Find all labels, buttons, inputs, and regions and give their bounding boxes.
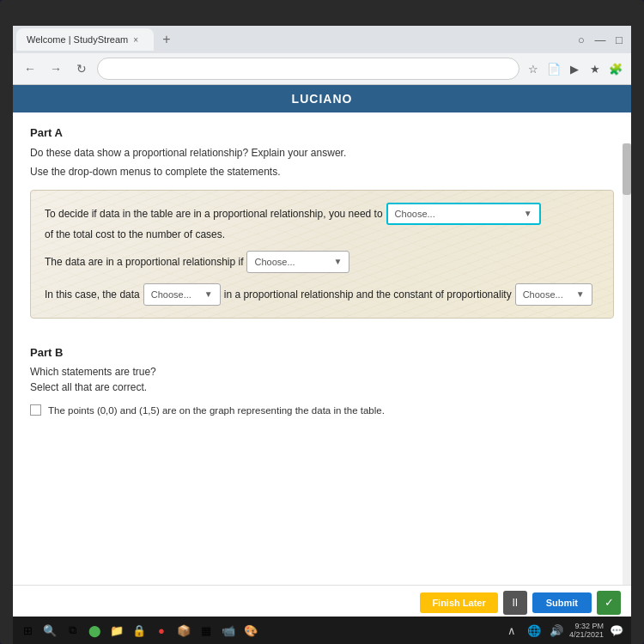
select-instruction: Select all that are correct. <box>30 381 614 393</box>
browser-toolbar: ← → ↻ ☆ 📄 ▶ ★ 🧩 <box>13 53 631 84</box>
dropdown-3b[interactable]: Choose... ▼ <box>515 283 592 306</box>
dropdown-1-text: Choose... <box>395 209 520 219</box>
statement-row-3: In this case, the data Choose... ▼ in a … <box>45 283 599 306</box>
which-statements-true: Which statements are true? <box>30 366 614 378</box>
meet-icon[interactable]: 📹 <box>219 621 238 640</box>
search-icon[interactable]: 🔍 <box>40 621 59 640</box>
screen: Welcome | StudyStream × + ○ — □ ← → ↻ ☆ … <box>13 26 631 618</box>
app-icon-1[interactable]: ● <box>152 621 171 640</box>
notification-icon[interactable]: 💬 <box>607 621 626 640</box>
taskbar-right: ∧ 🌐 🔊 9:32 PM 4/21/2021 💬 <box>502 621 626 640</box>
active-tab[interactable]: Welcome | StudyStream × <box>16 28 154 51</box>
close-button[interactable]: □ <box>611 31 628 48</box>
extension-icon[interactable]: 🧩 <box>607 60 624 77</box>
star-icon[interactable]: ☆ <box>525 60 542 77</box>
network-icon[interactable]: 🌐 <box>525 621 544 640</box>
part-a-label: Part A <box>30 126 614 139</box>
scrollbar[interactable] <box>623 143 631 585</box>
statement1-after: of the total cost to the number of cases… <box>45 228 225 240</box>
start-icon[interactable]: ⊞ <box>18 621 37 640</box>
system-tray-icon[interactable]: ∧ <box>502 621 521 640</box>
header-name: LUCIANO <box>292 92 353 106</box>
finish-later-button[interactable]: Finish Later <box>420 592 497 613</box>
dropdown-3a-text: Choose... <box>151 289 201 300</box>
check-button[interactable]: ✓ <box>597 591 621 615</box>
dropbox-icon[interactable]: 📦 <box>174 621 193 640</box>
browser-action-buttons: ☆ 📄 ▶ ★ 🧩 <box>525 60 624 77</box>
time: 9:32 PM <box>569 622 604 630</box>
instruction-text: Use the drop-down menus to complete the … <box>30 166 614 178</box>
address-bar[interactable] <box>97 58 519 80</box>
statement-box: To decide if data in the table are in a … <box>30 190 614 319</box>
back-button[interactable]: ← <box>20 58 40 79</box>
dropdown-3b-text: Choose... <box>523 289 573 300</box>
checkbox-item-1: The points (0,0) and (1,5) are on the gr… <box>30 404 614 417</box>
tab-close-button[interactable]: × <box>133 35 138 45</box>
statement2-before: The data are in a proportional relations… <box>45 256 243 268</box>
dropdown-1[interactable]: Choose... ▼ <box>386 203 541 225</box>
task-view-icon[interactable]: ⧉ <box>63 621 82 640</box>
dropdown-2-arrow: ▼ <box>334 257 343 266</box>
question-text: Do these data show a proportional relati… <box>30 146 614 161</box>
part-b-label: Part B <box>30 346 614 359</box>
statement-row-2: The data are in a proportional relations… <box>45 251 599 273</box>
page-icon[interactable]: 📄 <box>545 60 562 77</box>
time-display: 9:32 PM 4/21/2021 <box>569 622 604 639</box>
taskbar-left: ⊞ 🔍 ⧉ ⬤ 📁 🔒 ● 📦 ▦ 📹 🎨 <box>18 621 260 640</box>
browser-chrome: Welcome | StudyStream × + ○ — □ ← → ↻ ☆ … <box>13 26 631 85</box>
dropdown-1-arrow: ▼ <box>524 209 532 218</box>
statement-row-1: To decide if data in the table are in a … <box>45 203 599 240</box>
bookmark-icon[interactable]: ★ <box>586 60 604 77</box>
app-icon-3[interactable]: 🎨 <box>241 621 260 640</box>
scrollbar-thumb[interactable] <box>623 143 631 195</box>
volume-icon[interactable]: 🔊 <box>547 621 566 640</box>
tab-title: Welcome | StudyStream <box>27 34 128 45</box>
lock-icon[interactable]: 🔒 <box>130 621 149 640</box>
folder-icon[interactable]: 📁 <box>107 621 126 640</box>
checkbox-1-label: The points (0,0) and (1,5) are on the gr… <box>48 404 385 417</box>
taskbar: ⊞ 🔍 ⧉ ⬤ 📁 🔒 ● 📦 ▦ 📹 🎨 ∧ 🌐 🔊 9:32 PM 4/21… <box>13 617 631 644</box>
dropdown-3a[interactable]: Choose... ▼ <box>143 283 221 306</box>
checkbox-1[interactable] <box>30 404 41 416</box>
content-area: Part A Do these data show a proportional… <box>13 112 631 346</box>
forward-button[interactable]: → <box>46 58 66 79</box>
dropdown-3b-arrow: ▼ <box>576 289 585 299</box>
new-tab-button[interactable]: + <box>155 28 178 51</box>
bottom-toolbar: Finish Later II Submit ✓ <box>13 585 631 618</box>
minimize-button[interactable]: — <box>592 31 609 48</box>
monitor: Welcome | StudyStream × + ○ — □ ← → ↻ ☆ … <box>0 0 644 644</box>
page-header: LUCIANO <box>13 85 631 112</box>
chrome-icon[interactable]: ⬤ <box>85 621 104 640</box>
submit-button[interactable]: Submit <box>532 592 592 613</box>
dropdown-3a-arrow: ▼ <box>204 289 213 299</box>
which-statements-text: Which statements are true? <box>30 366 156 378</box>
dropdown-2-text: Choose... <box>254 257 330 267</box>
app-icon-2[interactable]: ▦ <box>197 621 216 640</box>
pause-button[interactable]: II <box>503 591 527 615</box>
circle-icon: ○ <box>573 31 590 48</box>
play-icon[interactable]: ▶ <box>566 60 583 77</box>
statement3-middle: in a proportional relationship and the c… <box>224 289 512 301</box>
date: 4/21/2021 <box>569 630 604 639</box>
dropdown-2[interactable]: Choose... ▼ <box>246 251 349 273</box>
statement1-before: To decide if data in the table are in a … <box>45 208 383 220</box>
tab-bar: Welcome | StudyStream × + ○ — □ <box>13 26 631 53</box>
statement3-before: In this case, the data <box>45 289 140 301</box>
refresh-button[interactable]: ↻ <box>71 58 92 79</box>
page-content: LUCIANO Part A Do these data show a prop… <box>13 85 631 618</box>
part-b-area: Part B Which statements are true? Select… <box>13 346 631 438</box>
